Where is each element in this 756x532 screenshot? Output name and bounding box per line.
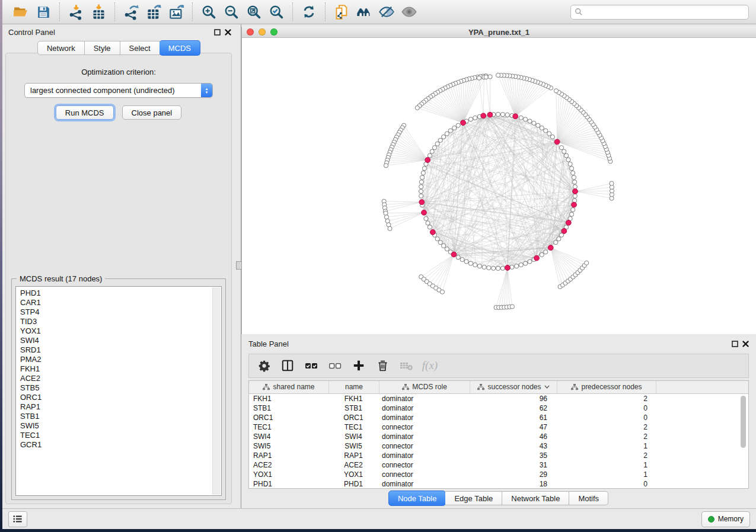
node-table[interactable]: shared name name MCDS role successor nod… [248, 380, 749, 489]
list-item[interactable]: STB5 [20, 383, 221, 393]
zoom-out-icon[interactable] [222, 3, 240, 21]
deselect-all-rows-icon[interactable] [326, 357, 344, 374]
table-scrollbar-thumb[interactable] [741, 396, 746, 448]
table-scrollbar[interactable] [741, 382, 747, 487]
list-item[interactable]: ACE2 [20, 374, 221, 383]
control-panel: Control Panel Network Style Select MCDS … [2, 24, 235, 508]
status-bar: Memory [2, 508, 756, 529]
table-cell: connector [378, 461, 468, 469]
tab-network-table[interactable]: Network Table [502, 491, 569, 505]
list-item[interactable]: ORC1 [20, 393, 221, 402]
float-table-panel-icon[interactable] [732, 341, 738, 347]
list-item[interactable]: FKH1 [20, 364, 221, 374]
table-row[interactable]: SWI5SWI5connector431 [249, 441, 748, 451]
export-network-icon[interactable] [122, 3, 140, 21]
refresh-view-icon[interactable] [300, 3, 318, 21]
table-cell: STB1 [249, 404, 328, 412]
close-panel-button[interactable]: Close panel [122, 105, 182, 120]
tab-network[interactable]: Network [37, 41, 85, 55]
import-table-icon[interactable] [90, 3, 107, 21]
table-row[interactable]: STB1STB1dominator620 [249, 403, 748, 413]
network-canvas[interactable] [242, 38, 756, 334]
search-input[interactable] [585, 7, 745, 17]
column-header-name[interactable]: name [329, 381, 379, 393]
list-item[interactable]: TID3 [20, 317, 221, 326]
delete-table-icon [397, 357, 415, 374]
table-cell: TEC1 [249, 423, 328, 431]
search-network-icon[interactable] [355, 3, 373, 21]
list-item[interactable]: PMA2 [20, 355, 221, 364]
delete-column-icon[interactable] [374, 357, 391, 374]
close-table-panel-icon[interactable] [742, 341, 749, 347]
import-network-icon[interactable] [67, 3, 85, 21]
clone-network-icon[interactable] [333, 3, 350, 21]
toolbar-separator [292, 2, 293, 21]
list-item[interactable]: STP4 [20, 307, 221, 317]
table-row[interactable]: RAP1RAP1dominator352 [249, 451, 748, 460]
list-item[interactable]: PHD1 [20, 289, 221, 298]
mcds-result-list[interactable]: PHD1CAR1STP4TID3YOX1SWI4SRD1PMA2FKH1ACE2… [15, 286, 222, 496]
criterion-dropdown[interactable]: largest connected component (undirected)… [24, 83, 213, 98]
export-table-icon[interactable] [145, 3, 162, 21]
table-cell: RAP1 [328, 451, 378, 460]
list-item[interactable]: GCR1 [20, 440, 221, 450]
tab-node-table[interactable]: Node Table [388, 491, 446, 506]
zoom-fit-icon[interactable] [245, 3, 263, 21]
show-columns-icon[interactable] [279, 357, 296, 374]
list-item[interactable]: YOX1 [20, 326, 221, 336]
table-row[interactable]: YOX1YOX1connector291 [249, 470, 748, 479]
network-window-titlebar[interactable]: YPA_prune.txt_1 [242, 27, 756, 38]
tab-mcds[interactable]: MCDS [160, 40, 200, 56]
save-icon[interactable] [34, 3, 52, 21]
table-row[interactable]: SWI4SWI4dominator462 [249, 432, 748, 441]
mcds-result-group: MCDS result (17 nodes) PHD1CAR1STP4TID3Y… [11, 278, 226, 500]
log-console-button[interactable] [8, 511, 27, 527]
dropdown-stepper-icon: ▲▼ [201, 84, 212, 97]
list-item[interactable]: TEC1 [20, 431, 221, 440]
list-item[interactable]: SRD1 [20, 345, 221, 355]
tab-motifs[interactable]: Motifs [569, 491, 608, 505]
list-item[interactable]: SWI4 [20, 336, 221, 345]
tab-select[interactable]: Select [120, 41, 160, 55]
column-header-predecessor-nodes[interactable]: predecessor nodes [557, 381, 656, 393]
list-item[interactable]: STB1 [20, 412, 221, 421]
column-header-successor-nodes[interactable]: successor nodes [470, 381, 557, 393]
select-all-rows-icon[interactable] [302, 357, 320, 374]
table-row[interactable]: PHD1PHD1dominator180 [249, 479, 748, 489]
table-cell: 31 [468, 461, 555, 469]
close-panel-icon[interactable] [225, 29, 231, 36]
column-header-mcds-role[interactable]: MCDS role [379, 381, 470, 393]
list-item[interactable]: SWI5 [20, 421, 221, 431]
table-row[interactable]: FKH1FKH1dominator962 [249, 394, 748, 403]
network-search-field[interactable] [570, 5, 749, 20]
run-mcds-button[interactable]: Run MCDS [56, 105, 114, 120]
mcds-tab-content: Optimization criterion: largest connecte… [5, 53, 232, 504]
table-panel-title: Table Panel [248, 339, 289, 348]
list-scrollbar-track[interactable] [212, 287, 221, 495]
optimization-criterion-label: Optimization criterion: [6, 68, 231, 76]
splitter-handle[interactable] [236, 261, 242, 270]
table-row[interactable]: ORC1ORC1dominator610 [249, 413, 748, 422]
table-row[interactable]: TEC1TEC1connector472 [249, 422, 748, 432]
float-panel-icon[interactable] [214, 29, 221, 36]
show-all-icon[interactable] [400, 3, 418, 21]
list-item[interactable]: RAP1 [20, 402, 221, 412]
column-header-shared-name[interactable]: shared name [249, 381, 329, 393]
hide-selected-icon[interactable] [378, 3, 395, 21]
list-item[interactable]: CAR1 [20, 298, 221, 307]
attribute-type-icon [571, 384, 578, 390]
export-image-icon[interactable] [167, 3, 185, 21]
table-settings-icon[interactable] [255, 357, 273, 374]
memory-button[interactable]: Memory [701, 511, 750, 527]
panel-splitter[interactable] [235, 24, 241, 508]
tab-edge-table[interactable]: Edge Table [445, 491, 502, 505]
zoom-selected-icon[interactable] [267, 3, 285, 21]
tab-style[interactable]: Style [85, 41, 120, 55]
add-column-icon[interactable] [350, 357, 368, 374]
open-file-icon[interactable] [12, 3, 30, 21]
table-cell: 61 [468, 414, 555, 422]
table-row[interactable]: ACE2ACE2connector311 [249, 460, 748, 470]
table-cell: dominator [378, 395, 468, 403]
zoom-in-icon[interactable] [200, 3, 218, 21]
memory-status-icon [708, 516, 714, 523]
